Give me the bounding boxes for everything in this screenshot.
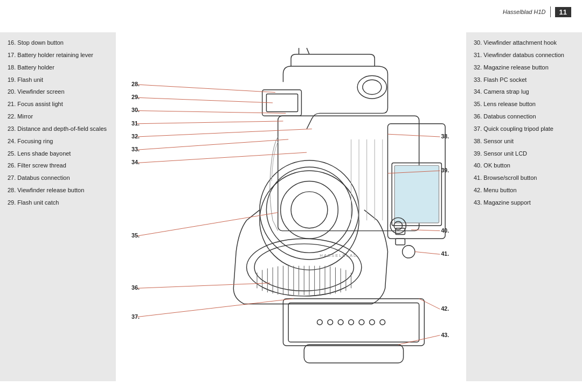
svg-rect-33: [394, 165, 439, 223]
left-item-28: 28. Viewfinder release button: [8, 186, 108, 194]
diagram-area: 28. 29. 30. 31. 32. 33. 34. 35. 36. 37. …: [116, 32, 466, 381]
right-item-34: 34. Camera strap lug: [474, 88, 574, 96]
svg-text:38.: 38.: [441, 133, 449, 139]
camera-diagram: 28. 29. 30. 31. 32. 33. 34. 35. 36. 37. …: [116, 32, 466, 381]
svg-text:29.: 29.: [131, 94, 140, 100]
svg-point-42: [380, 320, 385, 325]
svg-text:HASSELBLAD: HASSELBLAD: [320, 253, 357, 258]
svg-text:41.: 41.: [441, 250, 449, 257]
svg-text:37.: 37.: [131, 313, 140, 320]
left-item-19: 19. Flash unit: [8, 76, 108, 84]
svg-line-67: [415, 251, 440, 254]
svg-line-60: [137, 152, 307, 163]
right-item-32: 32. Magazine release button: [474, 64, 574, 72]
left-item-17: 17. Battery holder retaining lever: [8, 51, 108, 59]
right-item-33: 33. Flash PC socket: [474, 76, 574, 84]
svg-line-54: [137, 85, 275, 93]
svg-rect-43: [304, 345, 403, 363]
right-item-39: 39. Sensor unit LCD: [474, 150, 574, 158]
svg-text:33.: 33.: [131, 146, 140, 152]
header-divider: [550, 6, 551, 17]
svg-point-41: [370, 320, 375, 325]
right-item-36: 36. Databus connection: [474, 113, 574, 121]
svg-line-62: [137, 283, 270, 289]
svg-point-5: [260, 160, 359, 260]
right-item-41: 41. Browse/scroll button: [474, 174, 574, 182]
left-item-25: 25. Lens shade bayonet: [8, 150, 108, 158]
svg-text:40.: 40.: [441, 227, 449, 234]
svg-text:35.: 35.: [131, 232, 140, 239]
svg-text:36.: 36.: [131, 284, 140, 291]
left-item-23: 23. Distance and depth-of-field scales: [8, 125, 108, 133]
right-item-30: 30. Viewfinder attachment hook: [474, 39, 574, 47]
svg-line-61: [137, 213, 278, 236]
left-item-26: 26. Filter screw thread: [8, 162, 108, 170]
svg-line-64: [387, 134, 440, 137]
right-item-40: 40. OK button: [474, 162, 574, 170]
left-item-27: 27. Databus connection: [8, 174, 108, 182]
right-item-38: 38. Sensor unit: [474, 137, 574, 145]
svg-text:31.: 31.: [131, 120, 140, 127]
svg-text:30.: 30.: [131, 107, 140, 113]
left-item-16: 16. Stop down button: [8, 39, 108, 47]
svg-point-51: [403, 246, 415, 258]
svg-rect-53: [396, 239, 405, 245]
svg-text:42.: 42.: [441, 305, 449, 312]
left-item-29: 29. Flash unit catch: [8, 199, 108, 207]
svg-point-0: [357, 76, 386, 99]
right-item-43: 43. Magazine support: [474, 199, 574, 207]
svg-line-68: [419, 299, 440, 309]
svg-line-55: [137, 97, 273, 103]
left-item-22: 22. Mirror: [8, 113, 108, 121]
svg-point-8: [291, 192, 328, 228]
svg-line-56: [137, 111, 286, 114]
svg-point-39: [349, 320, 354, 325]
left-item-24: 24. Focusing ring: [8, 137, 108, 145]
svg-point-1: [363, 80, 382, 94]
svg-text:32.: 32.: [131, 133, 140, 139]
svg-point-37: [328, 320, 333, 325]
svg-line-57: [137, 121, 283, 124]
page-number: 11: [555, 7, 571, 17]
svg-point-38: [338, 320, 343, 325]
left-panel: 16. Stop down button 17. Battery holder …: [0, 32, 116, 381]
right-item-35: 35. Lens release button: [474, 100, 574, 108]
left-item-18: 18. Battery holder: [8, 64, 108, 72]
left-item-20: 20. Viewfinder screen: [8, 88, 108, 96]
svg-text:43.: 43.: [441, 332, 449, 338]
svg-line-59: [137, 139, 288, 150]
svg-text:39.: 39.: [441, 167, 449, 173]
header-title: Hasselblad H1D: [503, 9, 545, 15]
svg-point-36: [317, 320, 323, 325]
page-header: Hasselblad H1D 11: [503, 6, 571, 17]
svg-text:34.: 34.: [131, 159, 140, 165]
diagram-container: 28. 29. 30. 31. 32. 33. 34. 35. 36. 37. …: [116, 32, 466, 381]
svg-point-7: [281, 181, 338, 239]
right-item-42: 42. Menu button: [474, 186, 574, 194]
right-panel: 30. Viewfinder attachment hook 31. Viewf…: [466, 32, 582, 381]
right-item-37: 37. Quick coupling tripod plate: [474, 125, 574, 133]
svg-point-40: [359, 320, 364, 325]
svg-text:28.: 28.: [131, 81, 140, 87]
svg-line-58: [137, 129, 312, 137]
svg-line-63: [137, 299, 294, 317]
right-item-31: 31. Viewfinder databus connection: [474, 51, 574, 59]
svg-point-6: [266, 167, 352, 253]
left-item-21: 21. Focus assist light: [8, 100, 108, 108]
